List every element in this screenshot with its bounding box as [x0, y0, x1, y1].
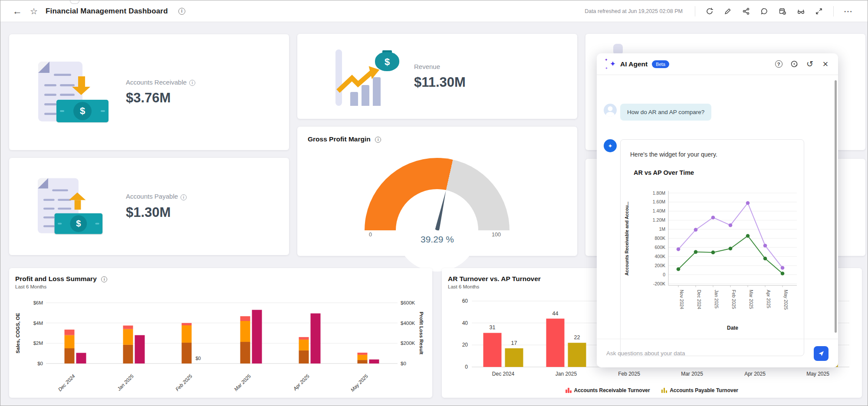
revenue-icon: $ — [328, 45, 404, 108]
chart-text: $600K — [401, 300, 415, 305]
info-icon[interactable] — [181, 194, 187, 200]
bar-chart-icon — [661, 388, 667, 393]
ai-input-row: Ask questions about your data — [597, 339, 838, 367]
chart-text: Accounts Receivable and Accou... — [624, 202, 629, 276]
ai-widget-card: Here's the widget for your query. AR vs … — [620, 139, 804, 356]
chart-text: Feb 2025 — [731, 290, 736, 309]
chart-text: 22 — [574, 334, 580, 341]
gauge-chart — [365, 158, 510, 230]
accounts-payable-card: $ Accounts Payable $1.30M — [9, 158, 289, 255]
chart-text: 17 — [511, 340, 517, 346]
top-bar-actions: Data refreshed at Jun 19,2025 02:08 PM — [585, 4, 855, 19]
top-bar-left: ← ☆ Financial Management Dashboard — [13, 6, 185, 17]
banknote-icon: $ — [55, 213, 102, 234]
feedback-icon[interactable] — [789, 59, 799, 69]
info-icon[interactable] — [101, 276, 107, 282]
banknote-icon: $ — [56, 100, 108, 122]
chart-text: 1.40M — [653, 208, 665, 213]
info-icon[interactable] — [189, 80, 195, 86]
reset-icon[interactable]: ↺ — [805, 59, 815, 69]
chart-text: 60 — [462, 298, 468, 304]
money-bag-icon: $ — [375, 49, 399, 71]
chart-text: Mar 2025 — [233, 373, 252, 392]
kpi-value: $3.76M — [126, 90, 195, 106]
chart-text: Date — [727, 325, 738, 331]
widget-chart-title: AR vs AP Over Time — [621, 158, 804, 176]
chart-text: $0 — [401, 361, 406, 366]
revenue-card: $ Revenue $11.30M — [297, 34, 577, 119]
pnl-stacked-bar-chart[interactable]: $0$0$2M$200K$4M$400K$6M$600KSales, COGS,… — [13, 292, 424, 396]
chart-text: 20 — [462, 342, 468, 348]
panel-scrollbar[interactable] — [835, 80, 837, 333]
edit-pencil-icon[interactable] — [720, 4, 735, 19]
chart-text: Dec 2024 — [492, 371, 515, 377]
chart-text: 600K — [654, 245, 665, 250]
back-arrow-icon[interactable]: ← — [13, 6, 22, 17]
chart-text: Nov 2024 — [679, 290, 684, 309]
kpi-value: $1.30M — [126, 205, 187, 220]
view-glasses-icon[interactable] — [793, 4, 808, 19]
chart-text: $4M — [33, 321, 43, 326]
chart-title: Profit and Loss Summary — [15, 275, 97, 282]
legend-accounts-receivable-turnover[interactable]: Accounts Receivable Turnover — [566, 387, 650, 393]
gross-profit-margin-card: Gross Profit Margin 0 100 39.29 % — [297, 127, 577, 256]
ai-avatar: ✦ — [604, 139, 617, 152]
turnover-legend: Accounts Receivable Turnover Accounts Pa… — [442, 387, 862, 393]
chart-title: Gross Profit Margin — [308, 135, 371, 143]
chart-text: Jan 2025 — [116, 373, 135, 392]
title-info-icon[interactable] — [178, 8, 185, 15]
chart-text: Apr 2025 — [292, 373, 311, 392]
help-icon[interactable]: ? — [774, 59, 783, 69]
user-message-bubble: How do AR and AP compare? — [620, 104, 711, 121]
favorite-star-icon[interactable]: ☆ — [30, 6, 38, 16]
chart-text: 1.20M — [653, 217, 665, 223]
chart-text: Feb 2025 — [174, 373, 193, 392]
chart-text: 400K — [654, 254, 665, 259]
pnl-title-row: Profit and Loss Summary — [15, 275, 426, 283]
legend-accounts-payable-turnover[interactable]: Accounts Payable Turnover — [661, 387, 738, 393]
chart-text: 0 — [663, 272, 665, 277]
data-refreshed-text: Data refreshed at Jun 19,2025 02:08 PM — [585, 8, 683, 14]
accounts-receivable-card: $ Accounts Receivable $3.76M — [9, 34, 289, 150]
chart-text: Jan 2025 — [556, 371, 577, 377]
down-arrow-icon — [72, 76, 91, 95]
ai-panel-header: ✦ ✦ ✦ AI Agent Beta ? ↺ × — [597, 53, 838, 75]
user-avatar — [604, 104, 617, 117]
info-icon[interactable] — [375, 137, 381, 143]
chart-text: Profit Loss Result — [419, 312, 424, 355]
more-options-icon[interactable]: ⋯ — [841, 4, 855, 19]
chart-text: 0 — [465, 364, 468, 370]
fullscreen-expand-icon[interactable] — [812, 4, 826, 19]
chart-text: May 2025 — [350, 373, 369, 393]
chart-text: 31 — [490, 324, 496, 331]
chart-text: $2M — [33, 341, 43, 346]
chart-text: $6M — [33, 300, 43, 305]
chart-text: 1M — [659, 226, 665, 232]
share-icon[interactable] — [739, 4, 753, 19]
send-button[interactable] — [814, 346, 829, 361]
chart-text: May 2025 — [806, 371, 829, 377]
beta-badge: Beta — [652, 60, 669, 68]
chart-text: $0 — [195, 356, 201, 361]
close-icon[interactable]: × — [821, 59, 830, 69]
schedule-calendar-icon[interactable] — [775, 4, 790, 19]
kpi-label: Accounts Payable — [126, 193, 187, 200]
refresh-icon[interactable] — [702, 4, 717, 19]
chart-text: 1.60M — [653, 199, 665, 204]
chart-text: Apr 2025 — [766, 290, 771, 308]
ai-question-input[interactable]: Ask questions about your data — [606, 350, 685, 357]
kpi-value: $11.30M — [414, 75, 466, 90]
chart-text: Mar 2025 — [749, 290, 754, 309]
chart-text: -200K — [653, 281, 665, 286]
chart-subtitle: Last 6 Months — [15, 284, 426, 289]
accounts-payable-icon: $ — [33, 177, 109, 236]
toolbar-divider — [695, 6, 695, 16]
ar-vs-ap-line-chart[interactable]: 1.80M1.60M1.40M1.20M1M800K600K400K200K0-… — [623, 183, 801, 333]
ai-sparkle-icon: ✦ ✦ ✦ — [605, 59, 616, 69]
ai-response-text: Here's the widget for your query. — [621, 140, 804, 158]
ai-message-row: ✦ Here's the widget for your query. AR v… — [604, 139, 804, 356]
profit-loss-summary-card: Profit and Loss Summary Last 6 Months $0… — [9, 268, 432, 398]
chart-text: $400K — [401, 321, 415, 326]
chart-text: Mar 2025 — [681, 371, 703, 377]
comment-icon[interactable] — [757, 4, 772, 19]
